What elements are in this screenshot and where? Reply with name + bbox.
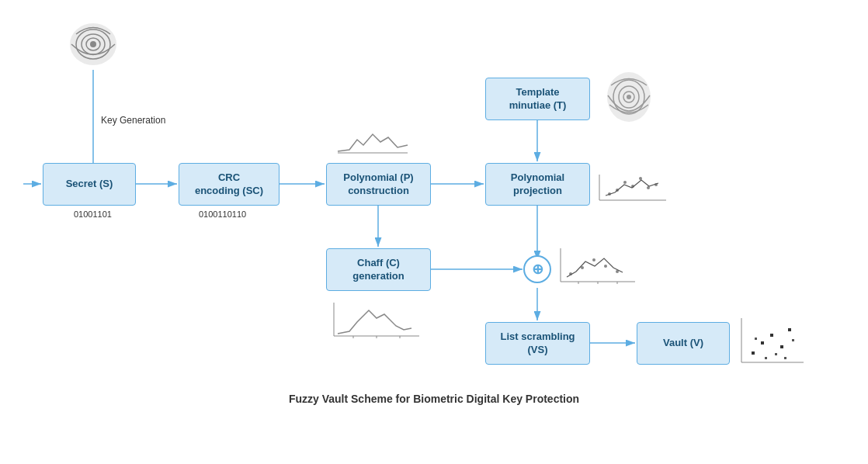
list-scrambling-box: List scrambling(VS)	[485, 322, 590, 365]
xor-output-chart-icon	[559, 244, 637, 290]
svg-rect-55	[755, 338, 757, 340]
svg-point-31	[647, 186, 650, 189]
poly-projection-label: Polynomialprojection	[511, 171, 564, 198]
poly-wave-icon	[334, 128, 411, 162]
fingerprint-template-icon	[602, 66, 656, 128]
crc-box: CRCencoding (SC)	[179, 163, 279, 206]
vault-box: Vault (V)	[637, 322, 730, 365]
svg-rect-51	[761, 341, 764, 345]
xor-symbol: ⊕	[523, 255, 551, 283]
vault-label: Vault (V)	[663, 337, 703, 350]
svg-rect-52	[770, 334, 773, 337]
svg-rect-56	[775, 353, 777, 355]
chaff-box: Chaff (C)generation	[326, 248, 431, 291]
crc-bits-label: 0100110110	[199, 209, 246, 219]
svg-point-30	[639, 177, 642, 180]
svg-point-17	[90, 41, 96, 47]
svg-rect-53	[780, 345, 783, 348]
template-label: Templateminutiae (T)	[509, 86, 567, 113]
template-box: Templateminutiae (T)	[485, 78, 590, 120]
svg-point-22	[627, 95, 631, 99]
svg-point-28	[623, 181, 627, 184]
svg-rect-57	[792, 339, 794, 341]
svg-rect-54	[788, 328, 791, 331]
poly-construction-label: Polynomial (P)construction	[343, 171, 413, 198]
svg-rect-50	[752, 351, 755, 355]
secret-box: Secret (S)	[43, 163, 136, 206]
svg-point-42	[592, 258, 595, 261]
svg-rect-58	[765, 357, 767, 359]
diagram: Key Generation Secret (S) 01001101 CRCen…	[0, 0, 868, 419]
chaff-label: Chaff (C)generation	[352, 257, 404, 283]
diagram-title: Fuzzy Vault Scheme for Biometric Digital…	[289, 393, 579, 405]
crc-label: CRCencoding (SC)	[195, 171, 263, 198]
projection-chart-icon	[598, 171, 668, 209]
poly-projection-box: Polynomialprojection	[485, 163, 590, 206]
vault-scatter-icon	[738, 314, 807, 372]
list-scrambling-label: List scrambling(VS)	[500, 331, 575, 357]
secret-bits-label: 01001101	[74, 209, 112, 219]
fingerprint-input-icon	[62, 17, 124, 71]
poly-construction-box: Polynomial (P)construction	[326, 163, 431, 206]
svg-point-43	[604, 265, 607, 268]
secret-label: Secret (S)	[66, 178, 113, 191]
chaff-chart-icon	[330, 299, 423, 345]
svg-rect-59	[784, 357, 786, 359]
key-generation-label: Key Generation	[101, 115, 165, 126]
